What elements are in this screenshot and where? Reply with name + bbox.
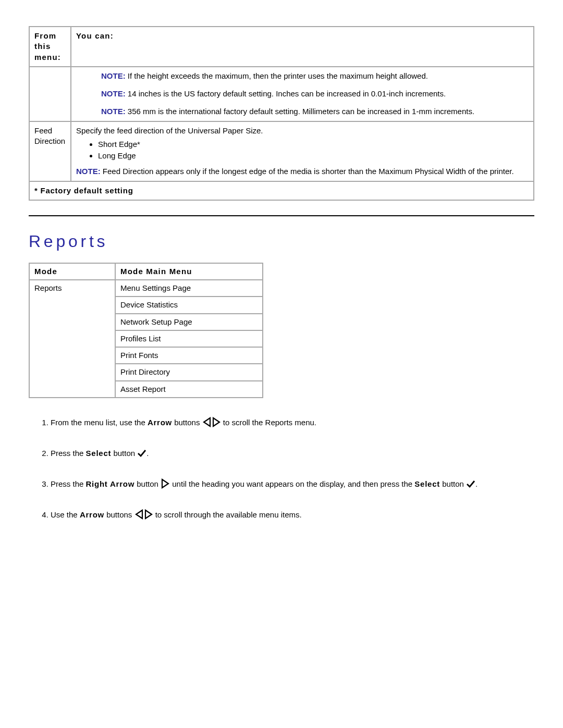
header-col1: Mode	[29, 263, 115, 280]
arrows-icon	[134, 509, 153, 520]
menu-item: Print Directory	[115, 364, 263, 380]
note-label: NOTE:	[76, 167, 101, 176]
right-arrow-icon	[161, 478, 170, 489]
menu-item: Profiles List	[115, 330, 263, 347]
check-icon	[137, 449, 146, 458]
step-text: Press the	[51, 449, 86, 458]
step-text: to scroll through the available menu ite…	[155, 510, 302, 519]
table-header-row: Mode Mode Main Menu	[29, 263, 263, 280]
menu-item: Device Statistics	[115, 297, 263, 313]
list-item: Short Edge*	[98, 139, 529, 150]
header-col2: You can:	[71, 27, 534, 67]
footnote-row: * Factory default setting	[29, 181, 534, 200]
section-title: Reports	[29, 232, 534, 251]
table-row: Reports Menu Settings Page	[29, 280, 263, 297]
menu-item: Network Setup Page	[115, 314, 263, 330]
footnote-text: * Factory default setting	[29, 181, 534, 200]
header-col2: Mode Main Menu	[115, 263, 263, 280]
note-line: NOTE: Feed Direction appears only if the…	[76, 166, 529, 177]
step-text: to scroll the Reports menu.	[223, 418, 316, 427]
step-item: Use the Arrow buttons to scroll through …	[51, 509, 534, 520]
note-label: NOTE:	[101, 71, 126, 80]
step-bold: Arrow	[148, 418, 172, 427]
note-line: NOTE: 356 mm is the international factor…	[101, 106, 529, 117]
menu-item: Asset Report	[115, 381, 263, 398]
row-intro: Specify the feed direction of the Univer…	[76, 126, 529, 136]
reports-table: Mode Mode Main Menu Reports Menu Setting…	[29, 263, 263, 398]
step-text: .	[146, 449, 149, 458]
step-text: Use the	[51, 510, 80, 519]
step-item: From the menu list, use the Arrow button…	[51, 417, 534, 428]
menu-item: Menu Settings Page	[115, 280, 263, 297]
row-content: Specify the feed direction of the Univer…	[71, 121, 534, 181]
note-label: NOTE:	[101, 89, 126, 98]
check-icon	[466, 479, 475, 489]
step-text: button	[134, 479, 161, 488]
step-text: .	[475, 479, 478, 488]
step-item: Press the Select button .	[51, 448, 534, 459]
arrows-icon	[202, 417, 221, 427]
menu-item: Print Fonts	[115, 347, 263, 364]
step-text: buttons	[104, 510, 134, 519]
empty-cell	[29, 67, 71, 121]
note-line: NOTE: 14 inches is the US factory defaul…	[101, 89, 529, 99]
notes-cell: NOTE: If the height exceeds the maximum,…	[71, 67, 534, 121]
note-label: NOTE:	[101, 107, 126, 116]
table-row: NOTE: If the height exceeds the maximum,…	[29, 67, 534, 121]
instruction-steps: From the menu list, use the Arrow button…	[29, 417, 534, 520]
header-col1: From this menu:	[29, 27, 71, 67]
step-bold: Arrow	[80, 510, 104, 519]
note-text: Feed Direction appears only if the longe…	[101, 167, 514, 176]
step-text: button	[111, 449, 137, 458]
step-item: Press the Right Arrow button until the h…	[51, 478, 534, 489]
step-text: From the menu list, use the	[51, 418, 148, 427]
row-label: Feed Direction	[29, 121, 71, 181]
mode-cell: Reports	[29, 280, 115, 398]
step-bold: Right Arrow	[86, 479, 135, 488]
step-text: Press the	[51, 479, 86, 488]
section-divider	[29, 215, 534, 216]
step-text: until the heading you want appears on th…	[172, 479, 414, 488]
list-item: Long Edge	[98, 151, 529, 161]
options-list: Short Edge* Long Edge	[76, 139, 529, 162]
note-text: If the height exceeds the maximum, then …	[126, 71, 428, 80]
table-header-row: From this menu: You can:	[29, 27, 534, 67]
step-bold: Select	[414, 479, 440, 488]
step-text: buttons	[172, 418, 202, 427]
step-text: button	[440, 479, 466, 488]
table-row: Feed Direction Specify the feed directio…	[29, 121, 534, 181]
note-text: 14 inches is the US factory default sett…	[126, 89, 446, 98]
universal-setup-table: From this menu: You can: NOTE: If the he…	[29, 26, 534, 201]
note-text: 356 mm is the international factory defa…	[126, 107, 474, 116]
note-line: NOTE: If the height exceeds the maximum,…	[101, 71, 529, 81]
step-bold: Select	[86, 449, 112, 458]
